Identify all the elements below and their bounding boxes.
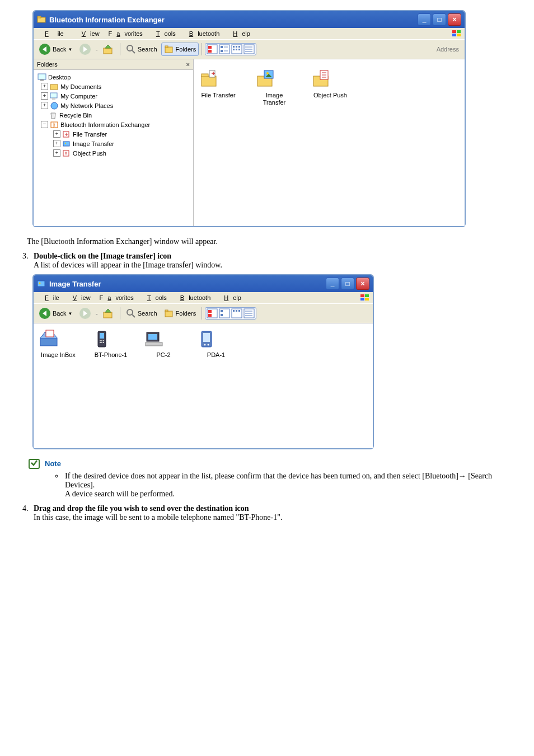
tree-object-push[interactable]: +Object Push [35,148,192,158]
image-transfer-icon [62,140,71,148]
item-label: Object Push [310,92,350,99]
svg-rect-66 [208,310,212,313]
svg-rect-90 [148,334,157,340]
svg-point-95 [208,344,209,346]
folders-pane-title: Folders [37,61,58,68]
address-label[interactable]: Address [433,46,462,53]
item-pc-2[interactable]: PC-2 [143,329,184,359]
view-list-button[interactable] [243,44,255,54]
view-list-button[interactable] [243,308,255,318]
windows-flag-icon [359,293,371,302]
menu-favorites[interactable]: Favorites [95,293,138,302]
dropdown-arrow-icon: ▼ [68,311,72,316]
expander-icon[interactable]: + [53,140,60,147]
tree-my-documents[interactable]: +My Documents [35,82,192,91]
svg-rect-27 [238,49,240,50]
titlebar[interactable]: Image Transfer _ □ × [34,275,373,292]
tree-desktop[interactable]: Desktop [35,72,192,82]
back-button[interactable]: Back ▼ [36,41,75,57]
view-thumbnails-button[interactable] [207,44,218,54]
minimize-button[interactable]: _ [326,278,339,290]
pda-icon [196,329,218,349]
menu-file[interactable]: File [36,29,73,38]
expander-icon[interactable]: − [41,121,48,128]
maximize-button[interactable]: □ [341,278,354,290]
tree-file-transfer[interactable]: +File Transfer [35,129,192,139]
window-title: Image Transfer [49,280,101,288]
menu-file[interactable]: File [36,293,64,302]
tree-my-computer[interactable]: +My Computer [35,91,192,101]
svg-rect-41 [63,142,69,146]
titlebar[interactable]: Bluetooth Information Exchanger _ □ × [34,11,465,28]
item-file-transfer[interactable]: File Transfer [198,68,238,99]
recycle-bin-icon [49,111,58,119]
svg-rect-35 [50,93,57,98]
close-folders-pane-button[interactable]: × [186,61,190,68]
menu-favorites[interactable]: Favorites [104,29,147,38]
maximize-button[interactable]: □ [433,13,446,26]
svg-rect-82 [100,333,104,339]
folders-button[interactable]: Folders [161,307,199,320]
tree-bt-exchanger[interactable]: −ᛒBluetooth Information Exchanger [35,120,192,129]
tree-image-transfer[interactable]: +Image Transfer [35,139,192,148]
windows-flag-icon [451,29,462,38]
item-pda-1[interactable]: PDA-1 [196,329,236,359]
close-button[interactable]: × [448,13,461,26]
view-tiles-button[interactable] [219,44,230,54]
svg-rect-8 [104,48,112,54]
back-button[interactable]: Back ▼ [36,306,75,321]
svg-rect-2 [452,30,456,33]
svg-rect-44 [202,76,216,86]
svg-rect-36 [52,98,55,100]
menu-bluetooth[interactable]: Bluetooth [180,29,224,38]
step-title: Double-click on the [Image transfer] ico… [34,252,171,260]
forward-button[interactable] [76,41,94,57]
folders-label: Folders [176,46,196,53]
file-transfer-icon [62,130,71,138]
item-object-push[interactable]: Object Push [310,68,350,99]
expander-icon[interactable]: + [41,102,48,109]
expander-icon[interactable]: + [53,149,60,157]
back-label: Back [53,46,66,53]
tree-my-network[interactable]: +My Network Places [35,101,192,110]
expander-icon[interactable]: + [53,130,60,138]
up-button[interactable] [99,41,117,57]
window-bluetooth-exchanger: Bluetooth Information Exchanger _ □ × Fi… [32,10,466,227]
folders-button[interactable]: Folders [161,43,199,56]
view-icons-button[interactable] [231,44,242,54]
image-transfer-icon [37,279,46,288]
view-thumbnails-button[interactable] [207,308,218,318]
item-bt-phone-1[interactable]: BT-Phone-1 [91,329,131,359]
view-tiles-button[interactable] [219,308,230,318]
svg-line-62 [132,314,135,317]
menu-view[interactable]: View [73,29,104,38]
forward-button[interactable] [76,306,94,321]
svg-text:ᛒ: ᛒ [53,122,56,128]
search-button[interactable]: Search [123,43,160,56]
item-image-transfer[interactable]: Image Transfer [254,68,294,106]
expander-icon[interactable]: + [41,92,48,100]
menu-help[interactable]: Help [224,29,255,38]
svg-rect-60 [104,312,112,318]
menu-bluetooth[interactable]: Bluetooth [171,293,216,302]
up-button[interactable] [99,306,117,321]
view-icons-button[interactable] [231,308,242,318]
expander-icon[interactable]: + [41,83,48,90]
menu-help[interactable]: Help [215,293,246,302]
toolbar: Back ▼ - Search Folders [34,303,373,323]
svg-rect-67 [208,314,212,317]
menu-tools[interactable]: Tools [147,29,180,38]
inbox-icon [38,329,60,349]
computer-icon [50,92,59,100]
item-image-inbox[interactable]: Image InBox [38,329,78,359]
search-button[interactable]: Search [123,307,160,320]
menu-view[interactable]: View [64,293,95,302]
tree-recycle-bin[interactable]: Recycle Bin [35,110,192,120]
minimize-button[interactable]: _ [418,13,431,26]
folders-icon [164,44,174,54]
close-button[interactable]: × [356,278,369,290]
svg-point-37 [51,102,58,109]
menu-tools[interactable]: Tools [138,293,171,302]
search-label: Search [138,46,157,53]
pc-icon [143,329,166,349]
